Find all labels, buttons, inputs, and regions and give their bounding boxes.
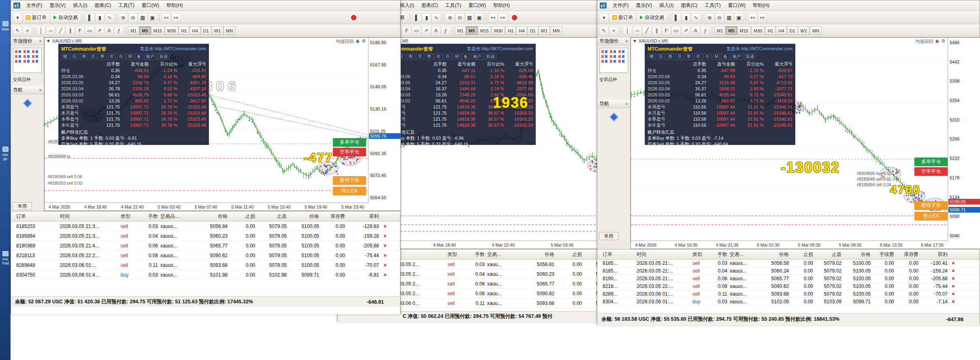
timeframe-button[interactable]: M5 [466, 26, 477, 35]
symbols-tab-label[interactable]: 交易品种 [597, 75, 630, 84]
timeframe-button[interactable]: M15 [478, 26, 491, 35]
stop-ea-button[interactable]: 停止EA [333, 187, 366, 195]
orders-column-header[interactable]: 手数 [467, 251, 486, 258]
arrow-tool-icon[interactable]: ↗ [422, 26, 431, 35]
orders-column-header[interactable]: 价格 [195, 213, 229, 220]
line-chart-icon[interactable]: ∿ [105, 13, 114, 22]
menu-item[interactable]: 窗口(W) [138, 1, 163, 9]
close-order-icon[interactable]: × [380, 253, 390, 258]
line-chart-icon[interactable]: ∿ [432, 13, 441, 22]
desktop-icon[interactable]: New [0, 21, 10, 31]
zoom-in-icon[interactable]: ⊕ [705, 13, 714, 22]
menu-item[interactable]: 显示(V) [632, 1, 656, 9]
orders-column-header[interactable]: 类型 [446, 251, 467, 258]
navigator-item-icon[interactable] [23, 99, 32, 108]
orders-column-header[interactable]: 时间 [59, 213, 119, 220]
timeframe-button[interactable]: D1 [201, 26, 211, 35]
text-tool-icon[interactable]: A [691, 26, 700, 35]
mtc-tab[interactable]: 账户 [471, 53, 483, 60]
zoom-out-icon[interactable]: ⊖ [128, 13, 138, 22]
orders-column-header[interactable]: 止损 [229, 213, 256, 220]
order-row[interactable]: 83047502026.03.06 01:4...buy0.03xauus...… [11, 270, 400, 280]
symbols-tab-label[interactable]: 交易品种 [11, 75, 44, 84]
menu-item[interactable]: 文件(F) [609, 1, 632, 9]
timeframe-button[interactable]: H4 [516, 26, 527, 35]
chart-type-dropdown-icon[interactable]: ▾ [13, 13, 22, 22]
menu-item[interactable]: 图表(C) [418, 1, 442, 9]
zoom-out-icon[interactable]: ⊖ [455, 13, 464, 22]
market-watch-mini[interactable] [599, 48, 628, 73]
mtc-tab[interactable]: 备 [721, 53, 729, 60]
timeframe-button[interactable]: H1 [505, 26, 516, 35]
menu-item[interactable]: 图表(C) [91, 1, 115, 9]
menu-item[interactable]: 帮助(H) [163, 1, 187, 9]
timeframe-button[interactable]: M15 [737, 26, 751, 35]
orders-column-header[interactable]: 手数 [140, 213, 159, 220]
close-order-icon[interactable]: × [949, 268, 958, 274]
mtc-tab[interactable]: M [453, 53, 460, 60]
menu-item[interactable]: 工具(T) [441, 1, 464, 9]
close-icon[interactable]: × [625, 38, 628, 44]
shapes-icon[interactable]: ▭ [412, 26, 421, 35]
tile-windows-icon[interactable]: ▦ [465, 13, 474, 22]
close-long-button[interactable]: 多单平仓 [333, 138, 366, 147]
orders-column-header[interactable]: 类型 [119, 213, 140, 220]
horizontal-line-icon[interactable]: ─ [633, 26, 642, 35]
orders-column-header[interactable]: 价格 [843, 251, 872, 258]
timeframe-button[interactable]: M1 [714, 26, 725, 35]
mtc-tab[interactable]: 账户 [731, 53, 743, 60]
timeframe-button[interactable]: M30 [751, 26, 765, 35]
mtc-tab[interactable]: 日 [70, 53, 79, 60]
menu-item[interactable]: 插入(I) [69, 1, 91, 9]
chart-shift-icon[interactable]: ↤ [162, 13, 171, 22]
mtc-tab[interactable]: 轨迹 [158, 53, 170, 60]
tile-windows-icon[interactable]: ▦ [138, 13, 147, 22]
autotrade-button[interactable]: 自动交易 [637, 13, 667, 22]
timeframe-button[interactable]: H1 [765, 26, 775, 35]
gear-icon[interactable]: ⚙ [941, 38, 945, 45]
tab-common[interactable]: 常用 [13, 202, 32, 210]
orders-column-header[interactable]: 手数 [711, 251, 729, 258]
mtc-tab[interactable]: 周 [407, 53, 415, 60]
crosshair-icon[interactable]: + [609, 26, 618, 35]
close-order-icon[interactable]: × [380, 243, 390, 249]
mtc-tab[interactable]: 巾 [117, 53, 125, 60]
timeframe-button[interactable]: M30 [165, 26, 178, 35]
gear-icon[interactable]: ⚙ [362, 38, 366, 45]
channel-icon[interactable]: ∥ [66, 26, 75, 35]
order-row[interactable]: 81852032026.03.05 21:3...sell0.03xauus..… [11, 222, 400, 231]
zoom-out-icon[interactable]: ⊖ [715, 13, 724, 22]
mtc-tab[interactable]: M [126, 53, 134, 60]
close-order-icon[interactable]: × [380, 272, 390, 278]
timeframe-button[interactable]: H4 [776, 26, 786, 35]
order-row[interactable]: 82896482026.03.06 01:...sell0.11xauus...… [11, 260, 400, 270]
fibonacci-icon[interactable]: F [75, 26, 85, 35]
mtc-tab[interactable]: 月 [89, 53, 97, 60]
mtc-tab[interactable]: 年 [108, 53, 116, 60]
mtc-tab[interactable]: 季 [425, 53, 433, 60]
vertical-line-icon[interactable]: │ [623, 26, 632, 35]
menu-item[interactable]: 工具(T) [701, 1, 724, 9]
orders-column-header[interactable]: 获利 [346, 213, 380, 220]
mtc-tab[interactable]: 螺 [61, 53, 69, 60]
crosshair-icon[interactable]: + [23, 26, 32, 35]
orders-column-header[interactable]: 获利 [920, 251, 949, 258]
shapes-icon[interactable]: ▭ [85, 26, 94, 35]
line-chart-icon[interactable]: ∿ [691, 13, 701, 22]
close-order-icon[interactable]: × [380, 262, 390, 268]
mtc-tab[interactable]: 季 [685, 53, 693, 60]
timeframe-button[interactable]: MN [224, 26, 235, 35]
text-tool-icon[interactable]: A [431, 26, 441, 35]
mtc-tab[interactable]: 周 [666, 53, 674, 60]
desktop-icon[interactable]: oso ge [0, 147, 10, 161]
mtc-tab[interactable]: 螺 [648, 53, 656, 60]
order-row[interactable]: 8304...2026.03.06 01:...buy0.03xauus...5… [597, 298, 980, 306]
close-icon[interactable]: × [39, 38, 42, 44]
mtc-tab[interactable]: 年 [435, 53, 443, 60]
channel-icon[interactable]: ∥ [652, 26, 661, 35]
alert-icon[interactable] [512, 15, 517, 20]
chart-shift-icon[interactable]: ↤ [748, 13, 757, 22]
orders-column-header[interactable]: 手续费 [872, 251, 895, 258]
bar-chart-icon[interactable]: ▌ [412, 13, 422, 22]
mtc-tab[interactable]: 月 [675, 53, 684, 60]
